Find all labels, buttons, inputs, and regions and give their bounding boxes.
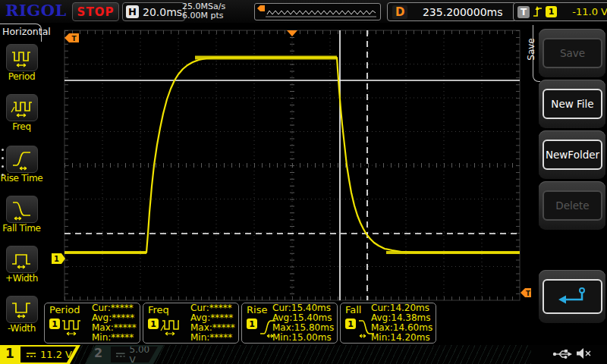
rigol-logo: RIGOL: [5, 1, 67, 20]
acquisition-info: 25.0MSa/s 6.00M pts: [182, 2, 225, 20]
return-button[interactable]: [539, 270, 605, 323]
minus-width-icon: [6, 296, 38, 323]
save-button[interactable]: Save: [539, 29, 605, 77]
trigger-label: T: [517, 6, 530, 18]
delay-label: D: [392, 5, 407, 19]
waveform-display: T 1 T: [43, 23, 533, 302]
sidebar-item-label: Period: [0, 71, 43, 82]
new-folder-button[interactable]: NewFolder: [539, 130, 605, 179]
trigger-source-badge: 1: [546, 6, 557, 17]
measurement-freq: Freq 1 Cur:*****Avg:***** Max:*****Min:*…: [143, 303, 239, 344]
period-icon: [61, 315, 85, 338]
measurement-rise: Rise 1 Cur:15.40msAvg:15.40ms Max:15.80m…: [241, 303, 338, 344]
channel-badge: 1: [247, 318, 257, 329]
return-arrow-icon: [556, 285, 590, 308]
delay-value: 235.200000ms: [414, 6, 511, 18]
new-file-button[interactable]: New File: [539, 80, 605, 128]
sidebar-item-label: Freq: [0, 121, 43, 132]
sidebar-item-label: -Width: [0, 323, 43, 334]
trigger-level-value: -11.0 V: [560, 6, 607, 17]
sidebar-item-label: Fall Time: [0, 223, 43, 234]
trigger-position-arrow[interactable]: [287, 30, 297, 36]
freq-icon: [159, 315, 184, 338]
channel1-number: 1: [5, 346, 14, 361]
svg-text:T: T: [526, 290, 530, 297]
horizontal-label: H: [126, 5, 139, 18]
sidebar-item-label: +Width: [0, 273, 43, 284]
svg-text:T: T: [71, 35, 77, 42]
run-state-indicator: STOP: [72, 2, 119, 21]
trigger-delay-box: D 235.200000ms: [387, 2, 517, 21]
dc-coupling-icon: [115, 351, 126, 359]
timebase-value: 20.0ms: [143, 6, 182, 18]
preview-waveform-icon: [255, 4, 379, 18]
memory-depth: 6.00M pts: [182, 11, 225, 20]
right-menu-title: Save: [526, 34, 536, 64]
channel1-scale-value: 11.2 V: [40, 349, 72, 360]
horizontal-timebase-box: H 20.0ms: [122, 2, 185, 21]
trigger-level-marker[interactable]: T: [521, 288, 531, 297]
channel-badge: 1: [49, 318, 60, 329]
channel2-number: 2: [94, 346, 102, 360]
usb-icon: [552, 348, 572, 360]
oscilloscope-screen: RIGOL STOP H 20.0ms 25.0MSa/s 6.00M pts …: [0, 0, 607, 364]
fall-time-icon: [6, 196, 38, 223]
trigger-position-offscreen-marker[interactable]: T: [64, 33, 79, 42]
channel1-waveform-trace: [64, 58, 520, 253]
channel-badge: 1: [345, 318, 356, 329]
rising-edge-icon: [533, 5, 543, 18]
period-icon: [6, 44, 38, 71]
measurement-fall: Fall 1 Cur:14.20msAvg:14.38ms Max:14.60m…: [340, 303, 436, 344]
menu-scroll-indicator: [2, 149, 4, 176]
channel-bar-hatch: [0, 345, 531, 364]
delete-button[interactable]: Delete: [539, 181, 605, 230]
trigger-info-box: T 1 -11.0 V: [513, 2, 607, 21]
rise-time-icon: [6, 146, 38, 173]
measurement-period: Period 1 Cur:*****Avg:***** Max:*****Min…: [44, 303, 140, 344]
dc-coupling-icon: [26, 351, 36, 359]
speaker-muted-icon: [575, 347, 592, 360]
freq-icon: [6, 94, 38, 121]
channel1-level-marker[interactable]: 1: [52, 253, 65, 264]
plus-width-icon: [6, 246, 38, 273]
channel1-scale-box: 11.2 V: [20, 347, 76, 362]
channel-badge: 1: [148, 318, 159, 329]
waveform-memory-preview[interactable]: [254, 3, 381, 20]
svg-text:1: 1: [54, 255, 59, 263]
sidebar-item-label: Rise Time: [0, 173, 43, 184]
